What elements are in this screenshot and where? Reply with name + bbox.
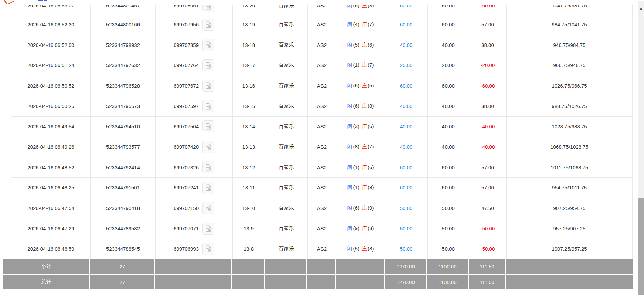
- game-no-cell: 699707956: [156, 14, 233, 35]
- summary-footer: 小计 27 1270.00 1100.00 111.50 总计 27 1270.…: [3, 259, 633, 290]
- video-replay-button[interactable]: [202, 39, 214, 51]
- game-type-cell: 百家乐: [265, 157, 308, 178]
- balance-before-after: 1011.75/1068.75: [551, 165, 588, 170]
- game-type-cell: 百家乐: [265, 5, 308, 14]
- round-cell: 13-16: [233, 76, 265, 96]
- video-replay-button[interactable]: [202, 59, 214, 71]
- order-no-cell: 523344792414: [91, 157, 156, 178]
- table-name-cell: AS2: [308, 137, 336, 157]
- round-cell: 13-19: [233, 14, 265, 35]
- export-orange-icon[interactable]: [2, 0, 16, 4]
- balance-before-after: 946.75/984.75: [553, 42, 586, 48]
- balance-cell: 907.25/954.75: [507, 198, 633, 218]
- bet-amount-cell: 40.00: [385, 96, 428, 116]
- order-no: 523344795573: [106, 103, 140, 109]
- game-result: 闲(6) 庄(9): [347, 205, 374, 211]
- balance-cell: 988.75/1026.75: [507, 96, 633, 116]
- video-replay-button[interactable]: [202, 202, 214, 214]
- game-no-cell: 699707241: [156, 178, 233, 198]
- video-replay-icon: [205, 102, 212, 110]
- balance-before-after: 957.25/907.25: [553, 226, 586, 231]
- video-replay-button[interactable]: [202, 243, 214, 255]
- game-no: 699707150: [174, 205, 199, 211]
- table-name: AS2: [317, 22, 327, 27]
- bet-amount: 20.00: [400, 62, 413, 68]
- round-cell: 13-18: [233, 35, 265, 55]
- scrollbar-thumb[interactable]: [638, 198, 644, 295]
- game-type-cell: 百家乐: [265, 96, 308, 116]
- table-name: AS2: [317, 205, 327, 211]
- export-blue-icon[interactable]: [38, 0, 43, 1]
- table-name: AS2: [317, 246, 327, 252]
- win-loss-amount: 38.00: [481, 103, 494, 109]
- video-replay-icon: [205, 204, 212, 212]
- game-type-cell: 百家乐: [265, 35, 308, 55]
- bet-time: 2026-04-16 06:47:54: [27, 205, 74, 211]
- game-type-cell: 百家乐: [265, 14, 308, 35]
- valid-amount-cell: 20.00: [428, 55, 469, 76]
- total-valid: 1100.00: [427, 275, 469, 289]
- round-cell: 13-20: [233, 5, 265, 14]
- balance-cell: 954.75/1011.75: [507, 178, 633, 198]
- game-result: 闲(8) 庄(7): [347, 144, 374, 150]
- win-loss-amount: -60.00: [481, 5, 495, 8]
- order-no: 523344798932: [106, 42, 140, 48]
- valid-amount-cell: 50.00: [428, 198, 469, 218]
- game-result: 闲(1) 庄(7): [347, 62, 374, 68]
- valid-amount: 40.00: [442, 42, 455, 48]
- table-row: 2026-04-16 06:51:24 523344797632 6997077…: [11, 55, 633, 76]
- video-replay-button[interactable]: [202, 5, 214, 12]
- video-replay-button[interactable]: [202, 141, 214, 153]
- bet-time-cell: 2026-04-16 06:48:52: [11, 157, 91, 178]
- win-loss-cell: -40.00: [469, 137, 507, 157]
- video-replay-button[interactable]: [202, 182, 214, 194]
- scroll-up-button[interactable]: [638, 1, 644, 13]
- game-no-cell: 699707071: [156, 218, 233, 239]
- win-loss-cell: -60.00: [469, 76, 507, 96]
- table-name: AS2: [317, 42, 327, 48]
- video-replay-button[interactable]: [202, 80, 214, 92]
- round-no: 13-10: [242, 205, 255, 211]
- table-name-cell: AS2: [308, 198, 336, 218]
- scrollbar-track[interactable]: [638, 1, 644, 295]
- export-blue-icon-part: [44, 0, 47, 1]
- bet-time: 2026-04-16 06:50:52: [27, 83, 74, 89]
- valid-amount: 50.00: [442, 226, 455, 231]
- order-no-cell: 523344797632: [91, 55, 156, 76]
- game-type-cell: 百家乐: [265, 137, 308, 157]
- round-no: 13-15: [242, 103, 255, 109]
- game-type-cell: 百家乐: [265, 178, 308, 198]
- table-row: 2026-04-16 06:47:54 523344790418 6997071…: [11, 198, 633, 219]
- result-cell: 闲(6) 庄(8): [336, 5, 385, 14]
- balance-before-after: 1007.25/957.25: [552, 246, 587, 252]
- game-result: 闲(5) 庄(6): [347, 42, 374, 48]
- win-loss-cell: 57.00: [469, 178, 507, 198]
- valid-amount-cell: 40.00: [428, 96, 469, 116]
- result-cell: 闲(6) 庄(5): [336, 76, 385, 96]
- video-replay-button[interactable]: [202, 223, 214, 235]
- result-cell: 闲(1) 庄(7): [336, 55, 385, 76]
- result-cell: 闲(3) 庄(6): [336, 117, 385, 137]
- bet-amount-cell: 50.00: [385, 239, 428, 259]
- video-replay-icon: [205, 41, 212, 49]
- game-type: 百家乐: [279, 103, 294, 109]
- result-cell: 闲(5) 庄(8): [336, 239, 385, 259]
- bet-time-cell: 2026-04-16 06:48:25: [11, 178, 91, 198]
- round-cell: 13-10: [233, 198, 265, 218]
- valid-amount: 50.00: [442, 246, 455, 252]
- win-loss-amount: -50.00: [481, 246, 495, 252]
- bet-amount-cell: 40.00: [385, 137, 428, 157]
- win-loss-cell: -50.00: [469, 239, 507, 259]
- video-replay-icon: [205, 5, 212, 10]
- video-replay-button[interactable]: [202, 161, 214, 173]
- table-name-cell: AS2: [308, 117, 336, 137]
- game-type: 百家乐: [279, 184, 294, 191]
- video-replay-button[interactable]: [202, 19, 214, 31]
- total-row: 总计 27 1270.00 1100.00 111.50: [3, 275, 633, 289]
- video-replay-button[interactable]: [202, 120, 214, 132]
- bet-amount: 40.00: [400, 124, 413, 129]
- bet-amount: 50.00: [400, 205, 413, 211]
- bet-amount-cell: 50.00: [385, 198, 428, 218]
- balance-cell: 966.75/946.75: [507, 55, 633, 76]
- video-replay-button[interactable]: [202, 100, 214, 112]
